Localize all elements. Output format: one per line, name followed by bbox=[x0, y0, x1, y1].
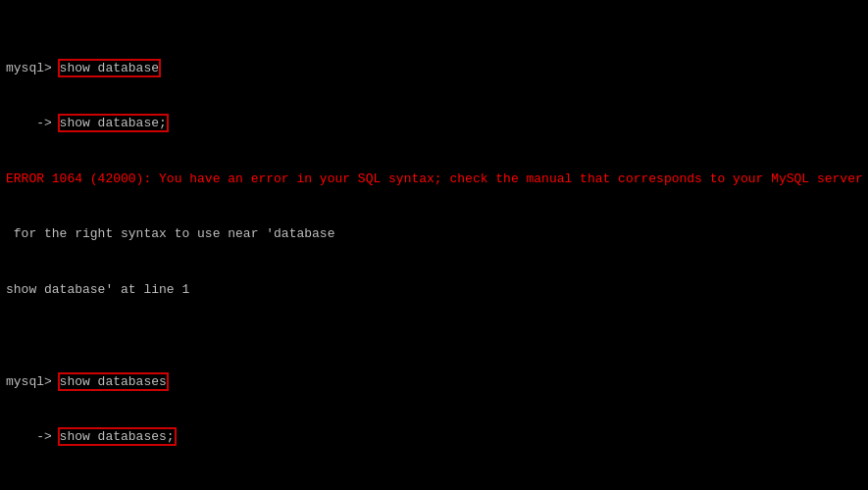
line-5: show database' at line 1 bbox=[6, 281, 862, 300]
line-1: mysql> show database bbox=[6, 60, 862, 78]
line-4: for the right syntax to use near 'databa… bbox=[6, 225, 862, 244]
line-6: mysql> show databases bbox=[6, 373, 862, 392]
terminal-window: mysql> show database -> show database; E… bbox=[6, 4, 862, 486]
line-2: -> show database; bbox=[6, 115, 862, 133]
line-7: -> show databases; bbox=[6, 428, 862, 447]
line-8: ERROR 1064 (42000): You have an error in… bbox=[6, 484, 862, 486]
line-3: ERROR 1064 (42000): You have an error in… bbox=[6, 171, 862, 189]
